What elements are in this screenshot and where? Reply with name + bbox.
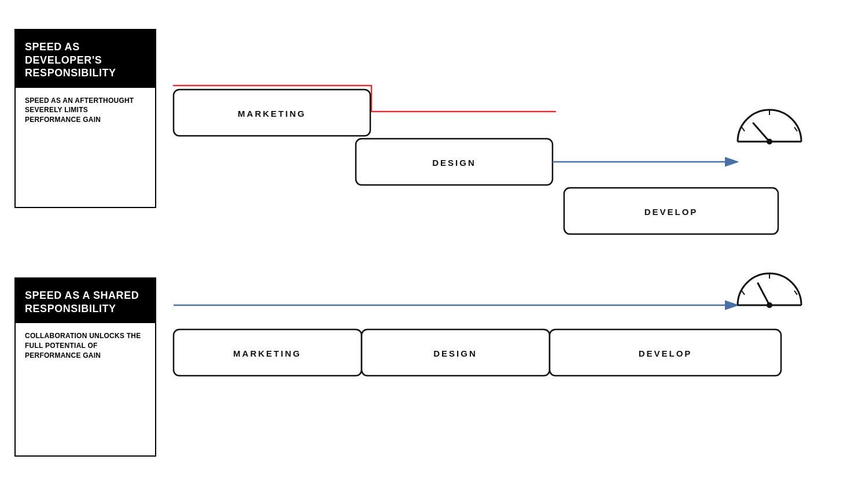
svg-line-10	[794, 291, 797, 295]
svg-line-9	[742, 291, 745, 295]
section1-design-label: DESIGN	[432, 158, 476, 168]
section2-card-title: SPEED AS A SHARED RESPONSIBILITY	[16, 279, 155, 323]
svg-point-13	[767, 302, 772, 308]
svg-line-12	[758, 283, 769, 305]
section1-develop-label: DEVELOP	[645, 207, 698, 217]
section1-svg: MARKETING DESIGN DEVELOP	[156, 17, 833, 237]
section2-design-label: DESIGN	[433, 349, 477, 358]
section1-card-title: SPEED AS DEVELOPER'S RESPONSIBILITY	[16, 30, 155, 88]
svg-line-2	[742, 127, 745, 131]
section2-develop-label: DEVELOP	[639, 349, 693, 358]
section1-label-card: SPEED AS DEVELOPER'S RESPONSIBILITY SPEE…	[14, 29, 156, 208]
section1: SPEED AS DEVELOPER'S RESPONSIBILITY SPEE…	[14, 17, 830, 237]
section1-speedometer	[738, 110, 801, 144]
main-container: SPEED AS DEVELOPER'S RESPONSIBILITY SPEE…	[0, 0, 847, 504]
section1-marketing-label: MARKETING	[238, 109, 306, 118]
svg-point-6	[767, 139, 772, 144]
section2-speedometer	[738, 273, 801, 308]
section1-card-subtitle: SPEED AS AN AFTERTHOUGHT SEVERELY LIMITS…	[16, 88, 155, 133]
section2-marketing-label: MARKETING	[233, 349, 301, 358]
section2-svg: MARKETING DESIGN DEVELOP	[156, 272, 833, 486]
svg-line-5	[753, 123, 769, 142]
svg-line-3	[794, 127, 797, 131]
section2-label-card: SPEED AS A SHARED RESPONSIBILITY COLLABO…	[14, 277, 156, 457]
section2-card-subtitle: COLLABORATION UNLOCKS THE FULL POTENTIAL…	[16, 323, 155, 368]
section2: SPEED AS A SHARED RESPONSIBILITY COLLABO…	[14, 272, 830, 491]
